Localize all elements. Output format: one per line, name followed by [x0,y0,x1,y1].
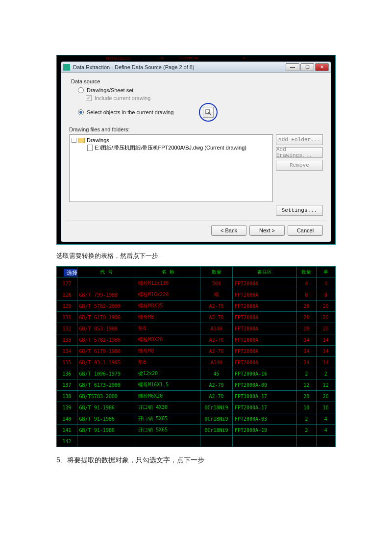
table-row: 131GB/T 6170-1986螺母M8A2-70FPT2000A2020 [57,312,336,323]
file-icon [87,145,93,151]
cad-table-screenshot: 选择对象: 代 号 名 称 数量 备注区 数量 单 127螺栓M12x13030… [56,266,336,447]
window-title: Data Extraction - Define Data Source (Pa… [73,64,285,70]
back-button[interactable]: < Back [211,225,246,236]
collapse-icon[interactable]: − [72,138,76,143]
radio-icon-selected [78,109,84,115]
col-a: 数量 [297,267,316,278]
maximize-button[interactable]: ☐ [300,63,314,71]
checkbox-include-label: Include current drawing [95,95,150,101]
next-button[interactable]: Next > [249,225,285,236]
col-name: 名 称 [136,267,200,278]
radio-drawings-sheet[interactable]: Drawings/Sheet set [78,87,323,93]
add-drawings-button: Add Drawings... [276,147,323,158]
tree-root-label: Drawings [87,137,109,143]
select-objects-button[interactable] [203,107,214,118]
cad-background-1: 螺栓M12x130 30 FPT2000A 4 Data Extraction … [56,55,336,245]
minimize-button[interactable]: — [286,63,299,71]
checkbox-include-current: ✓ Include current drawing [86,95,323,101]
table-row: 141GB/T 91-1986开口销 5X650Cr18Ni9FPT2000A-… [57,425,336,436]
col-b: 单 [316,267,335,278]
table-row: 128GB/T 799-1988螺栓M16x220螺FPT2000A88 [57,289,336,301]
tree-root-row[interactable]: − Drawings [72,137,270,144]
caption-1: 选取需要转换的表格，然后点下一步 [56,252,336,260]
radio-select-label: Select objects in the current drawing [87,109,173,115]
radio-drawings-label: Drawings/Sheet set [87,87,133,93]
divider [66,221,326,221]
close-button[interactable]: ✕ [315,63,329,71]
file-tree[interactable]: − Drawings E:\图纸\带压机图纸\带压机FPT2000A\BJ.dw… [69,134,273,202]
col-qty: 数量 [200,267,233,278]
cancel-button[interactable]: Cancel [288,225,323,236]
table-row: 133GB/T 5782-1986螺栓M8X20A2-70FPT2000A141… [57,334,336,346]
checkbox-icon: ✓ [86,95,92,101]
annotation-circle [199,103,218,122]
step-5-text: 5、将要提取的数据对象，只勾选文字，点下一步 [56,456,336,465]
remove-button: Remove [276,160,323,171]
table-row: 138GB/T5783-2000螺栓M6X20A2-70FPT1000A-172… [57,391,336,402]
app-icon [63,64,70,71]
add-folder-button: Add Folder... [276,134,323,145]
titlebar[interactable]: Data Extraction - Define Data Source (Pa… [61,62,331,73]
dialog-window: Data Extraction - Define Data Source (Pa… [61,61,331,242]
col-remark: 备注区 [232,267,296,278]
radio-select-objects[interactable]: Select objects in the current drawing [78,103,323,122]
table-row: 132GB/T 853-1988垫8A140FPT2000A2020 [57,323,336,334]
table-row: 134GB/T 6170-1986螺母M8A2-70FPT2000A1414 [57,346,336,357]
table-row: 137GB/T 6173-2000螺母M16X1.5A2-70FPT2000A-… [57,379,336,391]
data-source-label: Data source [71,78,323,84]
tree-file-row[interactable]: E:\图纸\带压机图纸\带压机FPT2000A\BJ.dwg (Current … [72,144,270,152]
table-row: 135GB/T 93.1-1985垫8A140FPT2000A1414 [57,357,336,368]
drawing-files-label: Drawing files and folders: [69,126,323,132]
table-row: 129GB/T 5782-2000螺栓M8X35A2-70FPT2000A202… [57,301,336,312]
folder-icon [78,138,85,143]
col-code: 代 号 [77,267,136,278]
select-objects-prompt: 选择对象: [64,269,77,277]
cad-strip: 螺栓M12x130 30 FPT2000A 4 [57,56,335,61]
table-row: 136GB/T 1096-1979键12x2045FPT2000A-1622 [57,368,336,379]
cad-table: 选择对象: 代 号 名 称 数量 备注区 数量 单 127螺栓M12x13030… [56,266,336,447]
table-row: 127螺栓M12x130304FPT2000A44 [57,278,336,289]
cad-header-row: 选择对象: 代 号 名 称 数量 备注区 数量 单 [57,267,336,278]
table-row: 142 [57,436,336,447]
table-row: 140GB/T 91-1986开口销 5X650Cr18Ni9FPT2000A-… [57,413,336,425]
table-row: 139GB/T 91-1986开口销 4X300Cr18Ni9FPT2000A-… [57,402,336,413]
tree-file-label: E:\图纸\带压机图纸\带压机FPT2000A\BJ.dwg (Current … [95,144,246,151]
settings-button[interactable]: Settings... [276,205,323,216]
radio-icon [78,87,84,93]
